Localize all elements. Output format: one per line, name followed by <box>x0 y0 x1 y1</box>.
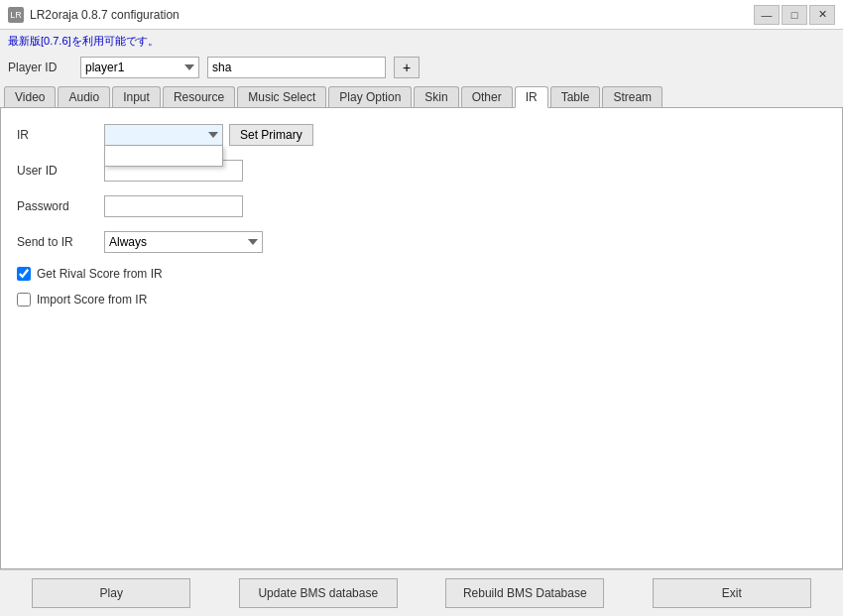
send-to-ir-select[interactable]: Always Never Ask <box>104 231 263 253</box>
minimize-button[interactable]: — <box>754 5 780 25</box>
get-rival-score-row: Get Rival Score from IR <box>17 267 826 281</box>
tab-content-ir: IR Option1 Option2 Set Primary User ID P… <box>0 108 843 569</box>
player-id-label: Player ID <box>8 61 72 74</box>
get-rival-checkbox[interactable] <box>17 267 31 281</box>
player-id-select[interactable]: player1 player2 <box>80 57 199 78</box>
tab-ir[interactable]: IR <box>515 86 548 108</box>
password-row: Password <box>17 195 826 217</box>
exit-button[interactable]: Exit <box>653 578 811 608</box>
tab-audio[interactable]: Audio <box>58 86 110 107</box>
close-button[interactable]: ✕ <box>809 5 835 25</box>
ir-row: IR Option1 Option2 Set Primary <box>17 124 826 146</box>
player-id-row: Player ID player1 player2 + <box>0 53 843 82</box>
tab-music-select[interactable]: Music Select <box>237 86 326 107</box>
rebuild-bms-button[interactable]: Rebuild BMS Database <box>445 578 604 608</box>
ir-label: IR <box>17 128 96 142</box>
tab-table[interactable]: Table <box>550 86 601 107</box>
tab-video[interactable]: Video <box>4 86 56 107</box>
import-score-label[interactable]: Import Score from IR <box>37 293 147 307</box>
window-controls: — □ ✕ <box>754 5 835 25</box>
maximize-button[interactable]: □ <box>782 5 807 25</box>
import-score-row: Import Score from IR <box>17 293 826 307</box>
send-to-ir-row: Send to IR Always Never Ask <box>17 231 826 253</box>
tab-skin[interactable]: Skin <box>414 86 458 107</box>
send-to-ir-label: Send to IR <box>17 235 96 249</box>
play-button[interactable]: Play <box>32 578 190 608</box>
update-bms-button[interactable]: Update BMS database <box>239 578 398 608</box>
tabs-container: Video Audio Input Resource Music Select … <box>0 82 843 108</box>
password-input[interactable] <box>104 195 243 217</box>
tab-play-option[interactable]: Play Option <box>328 86 412 107</box>
sha-input[interactable] <box>207 57 386 78</box>
tab-resource[interactable]: Resource <box>163 86 235 107</box>
window-body: 最新版[0.7.6]を利用可能です。 Player ID player1 pla… <box>0 30 843 616</box>
user-id-label: User ID <box>17 164 96 178</box>
password-label: Password <box>17 199 96 213</box>
tab-stream[interactable]: Stream <box>602 86 662 107</box>
add-player-button[interactable]: + <box>394 57 420 78</box>
tab-other[interactable]: Other <box>461 86 513 107</box>
ir-dropdown-wrapper: Option1 Option2 Set Primary <box>104 124 313 146</box>
ir-select[interactable]: Option1 Option2 <box>104 124 223 146</box>
ir-dropdown-item-empty[interactable] <box>105 146 222 166</box>
get-rival-label[interactable]: Get Rival Score from IR <box>37 267 163 281</box>
set-primary-button[interactable]: Set Primary <box>229 124 313 146</box>
ir-dropdown-open <box>104 146 223 167</box>
notice-bar: 最新版[0.7.6]を利用可能です。 <box>0 30 843 53</box>
bottom-bar: Play Update BMS database Rebuild BMS Dat… <box>0 569 843 616</box>
window-title: LR2oraja 0.8.7 configuration <box>30 8 180 22</box>
app-icon: LR <box>8 7 24 23</box>
title-bar: LR LR2oraja 0.8.7 configuration — □ ✕ <box>0 0 843 30</box>
notice-text: 最新版[0.7.6]を利用可能です。 <box>8 35 159 47</box>
import-score-checkbox[interactable] <box>17 293 31 307</box>
tab-input[interactable]: Input <box>112 86 161 107</box>
